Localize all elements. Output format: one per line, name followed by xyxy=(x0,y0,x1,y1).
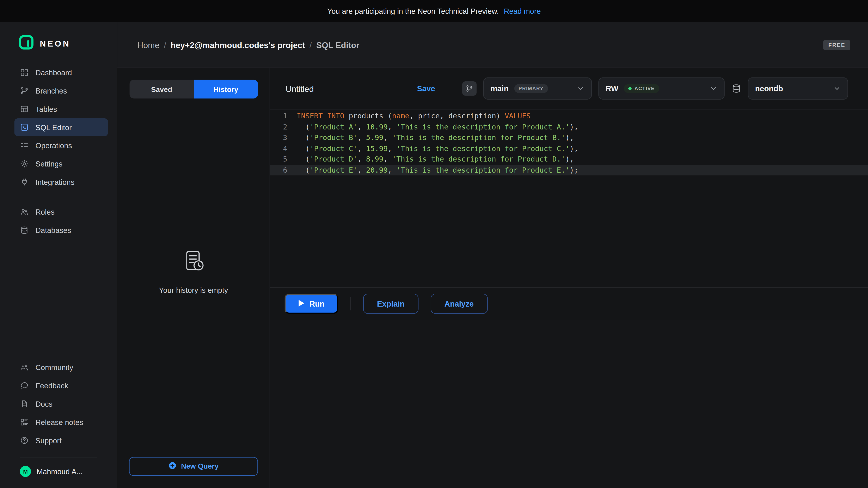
sidebar-item-label: SQL Editor xyxy=(35,123,72,131)
support-icon xyxy=(20,436,29,445)
database-name: neondb xyxy=(755,84,783,93)
feedback-icon xyxy=(20,381,29,390)
breadcrumb-project[interactable]: hey+2@mahmoud.codes's project xyxy=(170,40,305,50)
code-text: ('Product B', 5.99, 'This is the descrip… xyxy=(297,132,574,143)
line-number: 6 xyxy=(270,165,297,175)
operations-icon xyxy=(20,141,29,150)
sql-editor-icon xyxy=(20,123,29,132)
tables-icon xyxy=(20,105,29,113)
compute-select[interactable]: RW ACTIVE xyxy=(598,77,724,100)
app-shell: NEON DashboardBranchesTablesSQL EditorOp… xyxy=(0,22,868,488)
code-line[interactable]: 4 ('Product C', 15.99, 'This is the desc… xyxy=(270,143,868,154)
workspace: Saved History Your history is xyxy=(117,68,868,488)
neon-logo-icon xyxy=(19,35,34,52)
primary-badge: PRIMARY xyxy=(514,84,548,93)
query-panel-footer: New Query xyxy=(117,444,270,488)
database-select[interactable]: neondb xyxy=(748,77,848,100)
code-lines: 1INSERT INTO products (name, price, desc… xyxy=(270,111,868,175)
code-editor[interactable]: 1INSERT INTO products (name, price, desc… xyxy=(270,109,868,287)
read-more-link[interactable]: Read more xyxy=(504,7,541,15)
breadcrumb-page: SQL Editor xyxy=(316,40,360,50)
sidebar-item-label: Dashboard xyxy=(35,68,72,76)
banner-message: You are participating in the Neon Techni… xyxy=(327,7,499,15)
tab-saved[interactable]: Saved xyxy=(129,80,194,98)
roles-icon xyxy=(20,207,29,216)
user-name: Mahmoud A... xyxy=(37,467,83,476)
branch-icon-button[interactable] xyxy=(462,81,477,96)
sidebar-item-label: Release notes xyxy=(35,418,83,426)
release-notes-icon xyxy=(20,418,29,427)
code-line[interactable]: 2 ('Product A', 10.99, 'This is the desc… xyxy=(270,122,868,132)
sidebar-item-databases[interactable]: Databases xyxy=(14,221,108,239)
sidebar-item-label: Support xyxy=(35,436,62,445)
sidebar-item-label: Operations xyxy=(35,141,72,150)
chevron-down-icon xyxy=(710,85,717,92)
sidebar-item-label: Docs xyxy=(35,400,53,408)
code-text: ('Product A', 10.99, 'This is the descri… xyxy=(297,122,579,132)
sidebar-item-label: Tables xyxy=(35,105,57,113)
sidebar-item-label: Branches xyxy=(35,87,67,95)
line-number: 5 xyxy=(270,154,297,165)
sidebar-item-label: Settings xyxy=(35,160,62,168)
sidebar-item-label: Roles xyxy=(35,208,55,216)
code-line[interactable]: 3 ('Product B', 5.99, 'This is the descr… xyxy=(270,132,868,143)
line-number: 2 xyxy=(270,122,297,132)
avatar: M xyxy=(20,466,31,477)
history-empty-state: Your history is empty xyxy=(117,98,270,444)
tab-history[interactable]: History xyxy=(194,80,258,98)
sidebar-item-branches[interactable]: Branches xyxy=(14,82,108,99)
actions-divider xyxy=(350,297,351,311)
sidebar-item-docs[interactable]: Docs xyxy=(14,395,108,413)
breadcrumb-home[interactable]: Home xyxy=(137,40,159,50)
editor-header-controls: main PRIMARY RW ACTIVE xyxy=(462,77,848,100)
sidebar-item-roles[interactable]: Roles xyxy=(14,203,108,221)
line-number: 4 xyxy=(270,143,297,154)
sidebar-item-support[interactable]: Support xyxy=(14,431,108,449)
code-line[interactable]: 6 ('Product E', 20.99, 'This is the desc… xyxy=(270,165,868,175)
sidebar-item-label: Community xyxy=(35,363,73,372)
analyze-button[interactable]: Analyze xyxy=(431,294,488,314)
run-label: Run xyxy=(309,299,324,308)
active-badge-label: ACTIVE xyxy=(634,86,655,91)
code-text: ('Product E', 20.99, 'This is the descri… xyxy=(297,165,579,175)
sidebar-item-dashboard[interactable]: Dashboard xyxy=(14,64,108,81)
sidebar-item-feedback[interactable]: Feedback xyxy=(14,377,108,394)
sidebar-item-community[interactable]: Community xyxy=(14,359,108,376)
sidebar-item-integrations[interactable]: Integrations xyxy=(14,173,108,191)
sidebar-item-release-notes[interactable]: Release notes xyxy=(14,413,108,431)
sidebar: NEON DashboardBranchesTablesSQL EditorOp… xyxy=(0,22,117,488)
user-menu[interactable]: M Mahmoud A... xyxy=(0,458,117,488)
sql-editor-area: Untitled Save main xyxy=(270,68,868,488)
results-area xyxy=(270,320,868,488)
code-line[interactable]: 5 ('Product D', 8.99, 'This is the descr… xyxy=(270,154,868,165)
branch-select[interactable]: main PRIMARY xyxy=(483,77,592,100)
history-empty-message: Your history is empty xyxy=(159,286,228,294)
branches-icon xyxy=(20,86,29,95)
new-query-button[interactable]: New Query xyxy=(129,457,258,476)
query-title[interactable]: Untitled xyxy=(286,84,314,93)
new-query-label: New Query xyxy=(181,462,219,470)
editor-header: Untitled Save main xyxy=(270,68,868,109)
active-dot-icon xyxy=(628,87,632,90)
brand[interactable]: NEON xyxy=(0,22,117,63)
sidebar-item-label: Databases xyxy=(35,226,71,234)
chevron-down-icon xyxy=(577,85,585,92)
sidebar-item-sql-editor[interactable]: SQL Editor xyxy=(14,119,108,136)
sidebar-item-operations[interactable]: Operations xyxy=(14,137,108,154)
play-icon xyxy=(298,299,305,308)
explain-button[interactable]: Explain xyxy=(363,294,418,314)
line-number: 3 xyxy=(270,132,297,143)
active-badge: ACTIVE xyxy=(624,84,659,93)
save-button[interactable]: Save xyxy=(417,84,435,93)
code-text: INSERT INTO products (name, price, descr… xyxy=(297,111,531,122)
sidebar-nav-footer: CommunityFeedbackDocsRelease notesSuppor… xyxy=(0,358,117,450)
sidebar-item-settings[interactable]: Settings xyxy=(14,155,108,173)
code-line[interactable]: 1INSERT INTO products (name, price, desc… xyxy=(270,111,868,122)
query-panel: Saved History Your history is xyxy=(117,68,270,488)
plan-badge: FREE xyxy=(823,39,850,50)
docs-icon xyxy=(20,399,29,408)
main-content: Home / hey+2@mahmoud.codes's project / S… xyxy=(117,22,868,488)
query-tabs: Saved History xyxy=(129,80,258,98)
sidebar-item-tables[interactable]: Tables xyxy=(14,100,108,118)
run-button[interactable]: Run xyxy=(285,294,338,314)
